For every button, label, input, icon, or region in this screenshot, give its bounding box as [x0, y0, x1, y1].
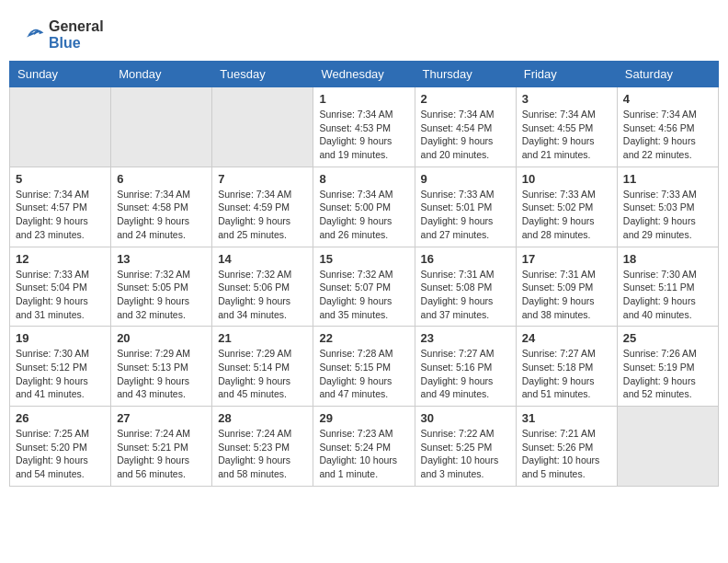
day-info: Sunrise: 7:32 AM Sunset: 5:05 PM Dayligh… [117, 268, 206, 322]
calendar-day-cell: 30Sunrise: 7:22 AM Sunset: 5:25 PM Dayli… [415, 407, 516, 487]
calendar-day-cell: 29Sunrise: 7:23 AM Sunset: 5:24 PM Dayli… [313, 407, 415, 487]
day-info: Sunrise: 7:29 AM Sunset: 5:14 PM Dayligh… [218, 347, 307, 401]
day-number: 7 [218, 172, 307, 186]
calendar-day-cell: 16Sunrise: 7:31 AM Sunset: 5:08 PM Dayli… [415, 247, 516, 327]
logo: General Blue [23, 18, 104, 52]
calendar-day-cell: 3Sunrise: 7:34 AM Sunset: 4:55 PM Daylig… [516, 87, 617, 167]
calendar-day-cell: 15Sunrise: 7:32 AM Sunset: 5:07 PM Dayli… [313, 247, 415, 327]
calendar-day-cell: 5Sunrise: 7:34 AM Sunset: 4:57 PM Daylig… [10, 167, 111, 247]
day-number: 19 [16, 331, 105, 345]
day-number: 6 [117, 172, 206, 186]
calendar-day-cell [212, 87, 313, 167]
calendar-day-cell: 24Sunrise: 7:27 AM Sunset: 5:18 PM Dayli… [516, 327, 617, 407]
day-info: Sunrise: 7:24 AM Sunset: 5:23 PM Dayligh… [218, 427, 307, 481]
calendar-day-cell: 12Sunrise: 7:33 AM Sunset: 5:04 PM Dayli… [10, 247, 111, 327]
calendar-day-cell: 2Sunrise: 7:34 AM Sunset: 4:54 PM Daylig… [415, 87, 516, 167]
calendar-week-row: 19Sunrise: 7:30 AM Sunset: 5:12 PM Dayli… [10, 327, 719, 407]
day-number: 17 [522, 252, 611, 266]
day-info: Sunrise: 7:34 AM Sunset: 4:55 PM Dayligh… [522, 108, 611, 162]
calendar-day-cell: 6Sunrise: 7:34 AM Sunset: 4:58 PM Daylig… [111, 167, 212, 247]
day-number: 1 [319, 92, 408, 106]
day-info: Sunrise: 7:33 AM Sunset: 5:02 PM Dayligh… [522, 188, 611, 242]
day-number: 21 [218, 331, 307, 345]
day-info: Sunrise: 7:34 AM Sunset: 4:53 PM Dayligh… [319, 108, 408, 162]
day-info: Sunrise: 7:27 AM Sunset: 5:16 PM Dayligh… [421, 347, 510, 401]
calendar-day-cell: 22Sunrise: 7:28 AM Sunset: 5:15 PM Dayli… [313, 327, 415, 407]
day-number: 29 [319, 411, 408, 425]
calendar-day-cell: 18Sunrise: 7:30 AM Sunset: 5:11 PM Dayli… [617, 247, 718, 327]
day-info: Sunrise: 7:24 AM Sunset: 5:21 PM Dayligh… [117, 427, 206, 481]
page-header: General Blue [9, 9, 719, 56]
day-info: Sunrise: 7:23 AM Sunset: 5:24 PM Dayligh… [319, 427, 408, 481]
calendar-body: 1Sunrise: 7:34 AM Sunset: 4:53 PM Daylig… [10, 87, 719, 487]
day-info: Sunrise: 7:29 AM Sunset: 5:13 PM Dayligh… [117, 347, 206, 401]
day-number: 18 [623, 252, 712, 266]
calendar-day-cell: 14Sunrise: 7:32 AM Sunset: 5:06 PM Dayli… [212, 247, 313, 327]
calendar-table: SundayMondayTuesdayWednesdayThursdayFrid… [9, 61, 719, 487]
calendar-day-cell: 8Sunrise: 7:34 AM Sunset: 5:00 PM Daylig… [313, 167, 415, 247]
day-number: 20 [117, 331, 206, 345]
day-number: 23 [421, 331, 510, 345]
day-info: Sunrise: 7:30 AM Sunset: 5:11 PM Dayligh… [623, 268, 712, 322]
weekday-header-cell: Tuesday [212, 62, 313, 87]
day-number: 13 [117, 252, 206, 266]
weekday-header-cell: Friday [516, 62, 617, 87]
day-info: Sunrise: 7:34 AM Sunset: 5:00 PM Dayligh… [319, 188, 408, 242]
day-info: Sunrise: 7:21 AM Sunset: 5:26 PM Dayligh… [522, 427, 611, 481]
day-number: 9 [421, 172, 510, 186]
day-number: 5 [16, 172, 105, 186]
day-number: 26 [16, 411, 105, 425]
logo-blue-text: Blue [49, 35, 81, 51]
calendar-day-cell: 9Sunrise: 7:33 AM Sunset: 5:01 PM Daylig… [415, 167, 516, 247]
day-number: 16 [421, 252, 510, 266]
weekday-header-cell: Thursday [415, 62, 516, 87]
day-number: 4 [623, 92, 712, 106]
day-info: Sunrise: 7:32 AM Sunset: 5:07 PM Dayligh… [319, 268, 408, 322]
weekday-header-cell: Wednesday [313, 62, 415, 87]
day-info: Sunrise: 7:25 AM Sunset: 5:20 PM Dayligh… [16, 427, 105, 481]
calendar-day-cell: 31Sunrise: 7:21 AM Sunset: 5:26 PM Dayli… [516, 407, 617, 487]
calendar-day-cell: 21Sunrise: 7:29 AM Sunset: 5:14 PM Dayli… [212, 327, 313, 407]
day-number: 24 [522, 331, 611, 345]
weekday-header-row: SundayMondayTuesdayWednesdayThursdayFrid… [10, 62, 719, 87]
day-info: Sunrise: 7:30 AM Sunset: 5:12 PM Dayligh… [16, 347, 105, 401]
calendar-day-cell: 4Sunrise: 7:34 AM Sunset: 4:56 PM Daylig… [617, 87, 718, 167]
calendar-day-cell: 26Sunrise: 7:25 AM Sunset: 5:20 PM Dayli… [10, 407, 111, 487]
calendar-day-cell: 20Sunrise: 7:29 AM Sunset: 5:13 PM Dayli… [111, 327, 212, 407]
calendar-day-cell [111, 87, 212, 167]
day-info: Sunrise: 7:31 AM Sunset: 5:09 PM Dayligh… [522, 268, 611, 322]
day-number: 22 [319, 331, 408, 345]
logo-icon [23, 24, 45, 46]
day-info: Sunrise: 7:34 AM Sunset: 4:56 PM Dayligh… [623, 108, 712, 162]
day-number: 8 [319, 172, 408, 186]
day-info: Sunrise: 7:34 AM Sunset: 4:57 PM Dayligh… [16, 188, 105, 242]
day-info: Sunrise: 7:22 AM Sunset: 5:25 PM Dayligh… [421, 427, 510, 481]
calendar-day-cell: 19Sunrise: 7:30 AM Sunset: 5:12 PM Dayli… [10, 327, 111, 407]
calendar-day-cell: 11Sunrise: 7:33 AM Sunset: 5:03 PM Dayli… [617, 167, 718, 247]
day-info: Sunrise: 7:33 AM Sunset: 5:03 PM Dayligh… [623, 188, 712, 242]
day-number: 25 [623, 331, 712, 345]
calendar-week-row: 1Sunrise: 7:34 AM Sunset: 4:53 PM Daylig… [10, 87, 719, 167]
weekday-header-cell: Monday [111, 62, 212, 87]
day-number: 31 [522, 411, 611, 425]
calendar-day-cell: 13Sunrise: 7:32 AM Sunset: 5:05 PM Dayli… [111, 247, 212, 327]
calendar-day-cell: 23Sunrise: 7:27 AM Sunset: 5:16 PM Dayli… [415, 327, 516, 407]
calendar-day-cell: 1Sunrise: 7:34 AM Sunset: 4:53 PM Daylig… [313, 87, 415, 167]
day-number: 28 [218, 411, 307, 425]
logo-general-text: General [49, 18, 104, 34]
calendar-day-cell: 17Sunrise: 7:31 AM Sunset: 5:09 PM Dayli… [516, 247, 617, 327]
day-info: Sunrise: 7:27 AM Sunset: 5:18 PM Dayligh… [522, 347, 611, 401]
calendar-day-cell [617, 407, 718, 487]
day-number: 3 [522, 92, 611, 106]
day-info: Sunrise: 7:33 AM Sunset: 5:01 PM Dayligh… [421, 188, 510, 242]
weekday-header-cell: Sunday [10, 62, 111, 87]
calendar-day-cell: 27Sunrise: 7:24 AM Sunset: 5:21 PM Dayli… [111, 407, 212, 487]
day-info: Sunrise: 7:31 AM Sunset: 5:08 PM Dayligh… [421, 268, 510, 322]
day-info: Sunrise: 7:28 AM Sunset: 5:15 PM Dayligh… [319, 347, 408, 401]
calendar-week-row: 12Sunrise: 7:33 AM Sunset: 5:04 PM Dayli… [10, 247, 719, 327]
day-info: Sunrise: 7:34 AM Sunset: 4:54 PM Dayligh… [421, 108, 510, 162]
day-number: 14 [218, 252, 307, 266]
calendar-week-row: 26Sunrise: 7:25 AM Sunset: 5:20 PM Dayli… [10, 407, 719, 487]
day-number: 11 [623, 172, 712, 186]
calendar-day-cell: 28Sunrise: 7:24 AM Sunset: 5:23 PM Dayli… [212, 407, 313, 487]
